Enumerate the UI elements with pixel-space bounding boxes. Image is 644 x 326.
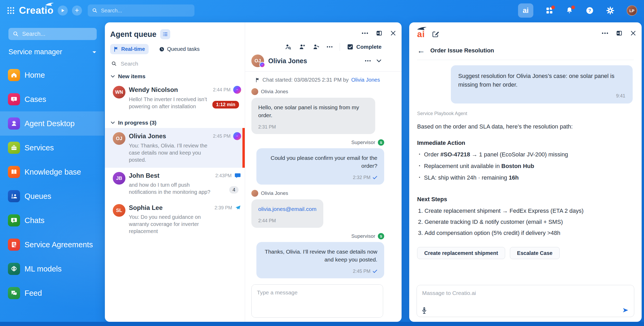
sidebar-item-queues[interactable]: Queues bbox=[0, 184, 104, 208]
search-agent-icon[interactable] bbox=[285, 43, 292, 51]
ai-panel-window-controls bbox=[602, 30, 636, 37]
more-options-icon[interactable] bbox=[326, 46, 333, 48]
sidebar-item-knowledge-base[interactable]: Knowledge base bbox=[0, 160, 104, 184]
sidebar-item-service-agreements[interactable]: Service Agreements bbox=[0, 233, 104, 257]
message-time: 2:44 PM bbox=[258, 217, 316, 225]
more-options-icon[interactable] bbox=[362, 32, 368, 34]
global-search[interactable] bbox=[88, 4, 194, 17]
ai-user-message: Suggest resolution for Olivia Jones’s ca… bbox=[451, 65, 633, 103]
notification-dot bbox=[551, 6, 555, 9]
chevron-down-icon bbox=[111, 121, 115, 124]
message-preview: You: Do you need guidance on warranty co… bbox=[129, 214, 212, 235]
sidebar-search-input[interactable] bbox=[22, 31, 92, 37]
sidebar-item-services[interactable]: Services bbox=[0, 136, 104, 160]
list-item: SLA: ship within 24h · remaining 16h bbox=[417, 174, 633, 181]
chat-message-textarea[interactable] bbox=[252, 285, 383, 317]
run-process-button[interactable] bbox=[58, 6, 68, 16]
message-time: 2:31 PM bbox=[258, 123, 368, 131]
contact-link[interactable]: Olivia Jones bbox=[351, 77, 380, 83]
queue-search-input[interactable] bbox=[121, 61, 240, 67]
chat-toolbar: Complete bbox=[245, 22, 402, 51]
contact-name: Olivia Jones bbox=[268, 57, 307, 65]
chat-message-input[interactable] bbox=[251, 284, 383, 318]
dock-panel-icon[interactable] bbox=[616, 30, 623, 37]
queue-item-sophia-lee[interactable]: SL Sophia Lee 2:39 PM You: Do you need g… bbox=[105, 200, 245, 239]
transfer-chat-icon[interactable] bbox=[313, 43, 320, 51]
close-icon[interactable] bbox=[630, 30, 636, 36]
more-options-icon[interactable] bbox=[365, 60, 371, 62]
message-preview: Hello! The inverter I received isn’t pow… bbox=[129, 96, 212, 110]
send-icon[interactable] bbox=[622, 307, 629, 314]
agent-queue-panel: Agent queue Real-time Queued tasks bbox=[105, 22, 402, 322]
immediate-action-heading: Immediate Action bbox=[417, 140, 633, 146]
back-arrow-icon[interactable]: ← bbox=[417, 47, 425, 55]
list-view-button[interactable] bbox=[160, 29, 170, 39]
help-icon[interactable]: ? bbox=[586, 6, 594, 15]
queue-item-wendy-nicolson[interactable]: WN Wendy Nicolson 2:44 PM Hello! The inv… bbox=[105, 82, 245, 114]
complete-button[interactable]: Complete bbox=[347, 43, 382, 50]
sidebar-item-feed[interactable]: Feed bbox=[0, 281, 104, 305]
creatio-logo-swoosh-icon bbox=[45, 2, 54, 6]
ai-action-buttons: Create replacement shipment Escalate Cas… bbox=[417, 247, 633, 259]
ai-message-textarea[interactable] bbox=[417, 285, 634, 304]
dock-panel-icon[interactable] bbox=[376, 30, 383, 37]
user-avatar[interactable]: LP bbox=[627, 5, 637, 16]
invite-agent-icon[interactable] bbox=[299, 43, 306, 51]
sidebar-item-ml-models[interactable]: ML models bbox=[0, 257, 104, 281]
add-new-button[interactable]: + bbox=[72, 6, 82, 16]
sidebar-item-chats[interactable]: Chats bbox=[0, 208, 104, 233]
app-grid-icon[interactable] bbox=[7, 7, 15, 14]
queue-panel-window-controls bbox=[362, 30, 396, 37]
read-check-icon bbox=[373, 176, 377, 179]
chat-bubble-outgoing: Thanks, Olivia. I’ll review the case det… bbox=[256, 242, 384, 278]
sidebar-item-agent-desktop[interactable]: Agent Desktop bbox=[0, 111, 104, 136]
sidebar: Service manager Home Cases Agent Desktop… bbox=[0, 21, 104, 322]
tab-real-time[interactable]: Real-time bbox=[110, 44, 149, 54]
ml-models-icon bbox=[8, 263, 20, 275]
window-bottom-edge bbox=[0, 322, 644, 326]
complete-check-icon bbox=[347, 43, 354, 50]
global-search-input[interactable] bbox=[101, 8, 190, 14]
tab-queued-tasks[interactable]: Queued tasks bbox=[155, 44, 203, 54]
more-options-icon[interactable] bbox=[602, 32, 608, 34]
section-in-progress[interactable]: In progress (3) bbox=[105, 114, 245, 128]
queue-search[interactable] bbox=[105, 54, 245, 68]
section-new-items[interactable]: New items bbox=[105, 68, 245, 82]
message-time: 2:39 PM bbox=[214, 205, 232, 211]
message-group: Supervisor S Could you please confirm yo… bbox=[251, 139, 384, 185]
message-group: Olivia Jones olivia.jones@email.com 2:44… bbox=[251, 190, 384, 228]
copilot-button[interactable]: ai bbox=[518, 3, 533, 18]
new-conversation-icon[interactable] bbox=[432, 31, 439, 38]
notification-dot bbox=[571, 6, 575, 9]
message-time: 2:44 PM bbox=[213, 87, 231, 93]
microphone-icon[interactable] bbox=[422, 307, 427, 314]
chevron-down-icon[interactable] bbox=[376, 59, 382, 62]
settings-gear-icon[interactable] bbox=[606, 6, 614, 15]
message-preview: and how do I turn off push notifications… bbox=[129, 181, 212, 196]
escalate-case-button[interactable]: Escalate Case bbox=[510, 247, 560, 259]
workspace-selector[interactable]: Service manager bbox=[8, 48, 97, 56]
service-agreements-icon bbox=[8, 239, 20, 251]
create-replacement-shipment-button[interactable]: Create replacement shipment bbox=[417, 247, 505, 259]
creatio-logo-text: Creatio bbox=[19, 5, 53, 16]
sidebar-item-cases[interactable]: Cases bbox=[0, 87, 104, 111]
chevron-down-icon bbox=[92, 51, 97, 54]
divider bbox=[340, 43, 340, 51]
home-icon bbox=[8, 69, 20, 81]
ai-conversation-titlebar: ← Order Issue Resolution bbox=[409, 39, 642, 55]
chevron-down-icon bbox=[111, 75, 115, 78]
svg-text:?: ? bbox=[588, 8, 591, 13]
email-link[interactable]: olivia.jones@email.com bbox=[258, 206, 316, 212]
ai-message-input[interactable] bbox=[417, 285, 634, 317]
message-time: 2:32 PM bbox=[353, 174, 370, 181]
marketplace-apps-icon[interactable] bbox=[545, 7, 553, 14]
message-time: 2:45 PM bbox=[353, 267, 370, 275]
notifications-bell-icon[interactable] bbox=[565, 7, 573, 14]
close-icon[interactable] bbox=[390, 30, 396, 36]
sidebar-search[interactable] bbox=[8, 28, 97, 40]
contact-name: Olivia Jones bbox=[129, 132, 166, 140]
queue-item-olivia-jones[interactable]: OJ Olivia Jones 2:45 PM You: Thanks, Oli… bbox=[105, 128, 245, 168]
sidebar-item-home[interactable]: Home bbox=[0, 63, 104, 87]
plus-icon: + bbox=[75, 7, 79, 14]
queue-item-john-best[interactable]: JB John Best 2:43PM and how do I turn of… bbox=[105, 168, 245, 200]
